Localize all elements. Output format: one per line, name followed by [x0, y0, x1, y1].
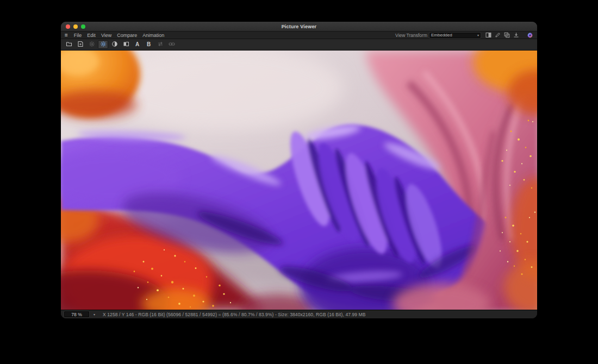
menu-bar: ≡ File Edit View Compare Animation View …: [61, 32, 537, 39]
menu-edit[interactable]: Edit: [84, 33, 98, 38]
version-b-button[interactable]: B: [144, 40, 154, 49]
menu-compare[interactable]: Compare: [114, 33, 140, 38]
fullscreen-button[interactable]: [81, 24, 85, 29]
picture-viewer-toolbar: A B: [61, 39, 537, 51]
render-queue-icon[interactable]: [527, 32, 533, 39]
version-a-label: A: [135, 42, 139, 47]
close-button[interactable]: [66, 24, 70, 29]
version-a-button[interactable]: A: [132, 40, 142, 49]
status-bar: 78 % ▾ X 1258 / Y 146 - RGB (16 Bit) (56…: [61, 310, 537, 318]
open-file-button[interactable]: [64, 40, 74, 49]
settings-gear-button[interactable]: [86, 40, 97, 49]
layers-icon[interactable]: [504, 32, 510, 38]
hamburger-menu-icon[interactable]: ≡: [65, 33, 68, 38]
view-transform-dropdown[interactable]: Embedded ▾: [429, 33, 481, 38]
annotate-pen-icon[interactable]: [495, 32, 501, 38]
zoom-level-field[interactable]: 78 %: [64, 311, 89, 317]
view-transform-label: View Transform: [395, 33, 427, 38]
minimize-button[interactable]: [73, 24, 78, 29]
link-ab-button[interactable]: [166, 40, 177, 49]
picture-canvas[interactable]: [61, 51, 537, 310]
traffic-lights: [61, 24, 85, 29]
pixel-info-text: X 1258 / Y 146 - RGB (16 Bit) (56096 / 5…: [103, 312, 366, 317]
picture-viewer-window: Picture Viewer ≡ File Edit View Compare …: [61, 22, 537, 318]
contrast-icon: [111, 40, 118, 49]
menu-view[interactable]: View: [98, 33, 114, 38]
version-b-label: B: [147, 42, 151, 47]
active-gear-icon: [100, 40, 107, 49]
view-transform-value: Embedded: [431, 33, 452, 37]
menubar-icon-group: [485, 32, 533, 39]
compare-fold-button[interactable]: [121, 40, 131, 49]
rendered-image: [61, 51, 537, 310]
zoom-dropdown-icon[interactable]: ▾: [91, 311, 98, 317]
gear-icon: [89, 40, 95, 49]
display-settings-button[interactable]: [98, 40, 108, 49]
link-icon: [169, 40, 175, 49]
save-file-button[interactable]: [75, 40, 85, 49]
menu-file[interactable]: File: [71, 33, 85, 38]
chevron-down-icon: ▾: [477, 34, 479, 37]
folder-icon: [66, 40, 72, 49]
window-title: Picture Viewer: [61, 24, 537, 29]
contrast-button[interactable]: [109, 40, 120, 49]
save-icon: [77, 40, 84, 49]
download-icon[interactable]: [513, 32, 519, 38]
compare-fold-icon: [123, 40, 129, 49]
split-view-icon[interactable]: [485, 32, 491, 38]
window-titlebar[interactable]: Picture Viewer: [61, 22, 537, 32]
swap-ab-button[interactable]: [155, 40, 165, 49]
swap-arrows-icon: [157, 40, 164, 49]
menu-animation[interactable]: Animation: [140, 33, 167, 38]
